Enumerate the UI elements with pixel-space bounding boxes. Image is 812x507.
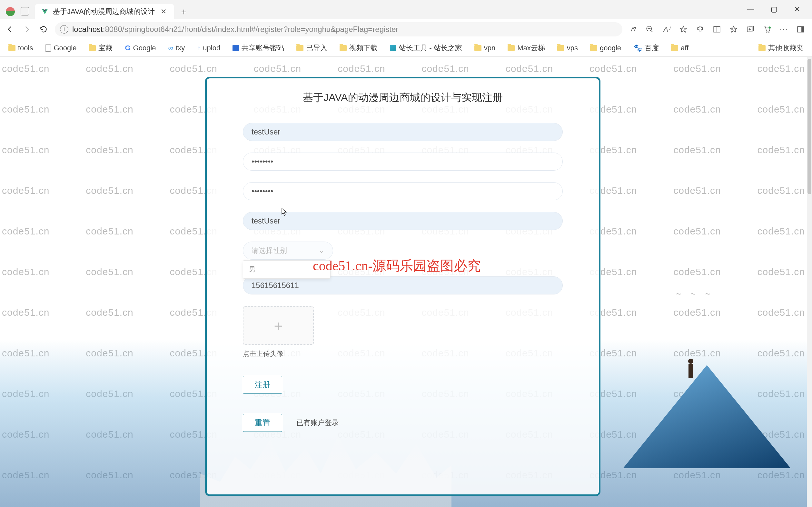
read-aloud-icon[interactable]: A⁾ (662, 24, 672, 34)
site-info-icon[interactable]: i (60, 25, 68, 34)
page-content: code51.cncode51.cncode51.cncode51.cncode… (0, 57, 807, 507)
toolbar-icons: A⁾ ··· (628, 24, 808, 34)
page-title: 基于JAVA的动漫周边商城的设计与实现注册 (243, 91, 563, 105)
shopping-icon[interactable] (762, 24, 772, 34)
username-input[interactable] (251, 127, 554, 136)
plus-icon: ＋ (271, 316, 285, 335)
bookmark-vpn[interactable]: vpn (472, 43, 498, 54)
address-bar[interactable]: i localhost:8080/springboot64n21/front/d… (55, 22, 622, 37)
scrollbar-thumb[interactable] (808, 59, 811, 194)
svg-point-4 (768, 32, 769, 33)
password-confirm-field[interactable] (243, 182, 563, 200)
url-text: localhost:8080/springboot64n21/front/dis… (72, 25, 398, 34)
address-bar-row: i localhost:8080/springboot64n21/front/d… (0, 19, 812, 39)
titlebar: 基于JAVA的动漫周边商城的设计 ✕ ＋ — ▢ ✕ (0, 0, 812, 19)
bookmark-google-page[interactable]: Google (43, 43, 79, 54)
refresh-button[interactable] (38, 24, 49, 35)
phone-input[interactable] (251, 281, 554, 290)
zoom-out-icon[interactable] (645, 24, 655, 34)
password-field[interactable] (243, 153, 563, 171)
mountain-graphic (623, 365, 791, 468)
bookmarks-bar: tools Google 宝藏 GGoogle ∞txy ↑uplod 共享账号… (0, 39, 812, 57)
phone-field[interactable] (243, 276, 563, 294)
bookmark-google-folder[interactable]: google (588, 43, 624, 54)
new-tab-button[interactable]: ＋ (178, 6, 190, 17)
gender-placeholder: 请选择性别 (251, 246, 287, 256)
vue-icon (41, 8, 48, 15)
reset-button[interactable]: 重置 (243, 414, 282, 432)
person-graphic (684, 359, 697, 385)
nickname-input[interactable] (251, 216, 554, 225)
username-field[interactable] (243, 123, 563, 141)
window-close-button[interactable]: ✕ (790, 4, 804, 15)
bookmark-imported[interactable]: 已导入 (294, 42, 330, 54)
gender-select[interactable]: 请选择性别 ⌄ (243, 241, 333, 260)
svg-point-5 (768, 26, 771, 29)
bookmark-baozang[interactable]: 宝藏 (86, 42, 115, 54)
bookmark-other-favorites[interactable]: 其他收藏夹 (756, 42, 806, 54)
bookmark-txy[interactable]: ∞txy (166, 43, 188, 54)
password-input[interactable] (251, 157, 554, 166)
window-minimize-button[interactable]: — (744, 4, 758, 15)
bookmark-video-download[interactable]: 视频下载 (337, 42, 380, 54)
password-confirm-input[interactable] (251, 187, 554, 196)
bookmark-google-search[interactable]: GGoogle (122, 43, 158, 54)
profile-avatar[interactable] (6, 7, 15, 16)
collections-icon[interactable] (746, 24, 755, 34)
split-screen-icon[interactable] (712, 24, 722, 34)
bet-icon[interactable] (628, 24, 638, 34)
star-outline-icon[interactable] (679, 24, 688, 34)
svg-rect-7 (801, 26, 804, 32)
workspaces-icon[interactable] (21, 7, 29, 15)
scrollbar-track[interactable] (807, 57, 812, 507)
login-link[interactable]: 已有账户登录 (296, 418, 339, 428)
register-button[interactable]: 注册 (243, 376, 282, 394)
forward-button[interactable] (21, 24, 32, 35)
avatar-upload-box[interactable]: ＋ (243, 306, 314, 345)
gender-option-male[interactable]: 男 (243, 263, 330, 276)
more-icon[interactable]: ··· (779, 24, 789, 34)
chevron-down-icon: ⌄ (318, 246, 325, 255)
bookmark-maxyunti[interactable]: Max云梯 (505, 42, 547, 54)
tab-title: 基于JAVA的动漫周边商城的设计 (53, 7, 155, 16)
back-button[interactable] (4, 24, 15, 35)
window-maximize-button[interactable]: ▢ (767, 4, 781, 15)
avatar-upload-hint: 点击上传头像 (243, 349, 563, 358)
birds-graphic: ~~~ (676, 289, 710, 299)
nickname-field[interactable] (243, 212, 563, 230)
register-card: 基于JAVA的动漫周边商城的设计与实现注册 请选择性别 ⌄ 男 ＋ (205, 77, 600, 496)
browser-tab[interactable]: 基于JAVA的动漫周边商城的设计 ✕ (35, 4, 174, 19)
bookmark-zhanzhang[interactable]: 站长工具 - 站长之家 (387, 42, 465, 54)
bookmark-tools[interactable]: tools (6, 43, 36, 54)
svg-point-3 (766, 32, 767, 33)
sidebar-icon[interactable] (796, 24, 806, 34)
bookmark-uplod[interactable]: ↑uplod (194, 43, 223, 54)
bookmark-vps[interactable]: vps (555, 43, 580, 54)
bookmark-baidu[interactable]: 🐾百度 (631, 42, 661, 54)
tab-close-icon[interactable]: ✕ (159, 7, 168, 16)
browser-chrome: 基于JAVA的动漫周边商城的设计 ✕ ＋ — ▢ ✕ i localhost:8… (0, 0, 812, 57)
extensions-icon[interactable] (695, 24, 705, 34)
bookmark-aff[interactable]: aff (669, 43, 691, 54)
bookmark-shared-accounts[interactable]: 共享账号密码 (230, 42, 287, 54)
favorites-icon[interactable] (729, 24, 739, 34)
gender-dropdown: 男 (243, 260, 331, 279)
